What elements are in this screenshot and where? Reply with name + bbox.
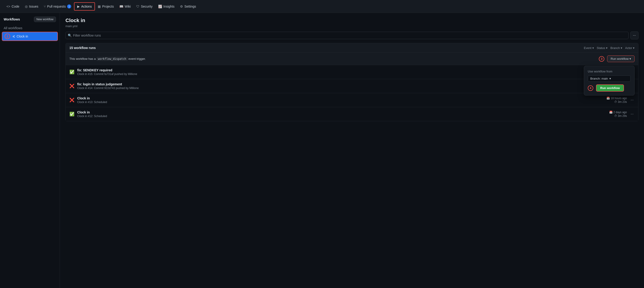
run-meta: Clock in #15: Commit fa731af pushed by M… xyxy=(77,72,610,76)
actor-filter[interactable]: Actor ▾ xyxy=(625,46,634,50)
nav-projects[interactable]: ▦ Projects xyxy=(95,3,117,10)
step-4-badge: 4 xyxy=(588,85,593,91)
pull-requests-badge: 1 xyxy=(67,4,71,8)
projects-icon: ▦ xyxy=(98,4,101,8)
main-content: Clock in main.yml 🔍 ··· 15 workflow runs… xyxy=(60,13,644,288)
status-fail-icon: ❌ xyxy=(70,84,74,89)
sidebar-item-clock-in[interactable]: 2 ⑆ Clock in xyxy=(2,32,58,41)
nav-wiki[interactable]: 📖 Wiki xyxy=(117,3,134,10)
run-now-button[interactable]: Run workflow xyxy=(596,84,624,92)
table-row[interactable]: ❌ Clock in Clock in #13: Scheduled 📅 18 … xyxy=(66,93,638,107)
runs-table: 15 workflow runs Event ▾ Status ▾ Branch… xyxy=(66,43,638,121)
nav-projects-label: Projects xyxy=(102,4,114,8)
event-filter[interactable]: Event ▾ xyxy=(584,46,594,50)
run-info: fix: login in status judgement Clock in … xyxy=(77,82,597,90)
sidebar-all-workflows[interactable]: All workflows xyxy=(2,25,58,31)
table-row[interactable]: ✅ fix: SENDKEY required Clock in #15: Co… xyxy=(66,65,638,79)
nav-actions[interactable]: ▶ Actions xyxy=(74,2,95,10)
branch-label: Branch: main xyxy=(590,77,608,80)
nav-insights-label: Insights xyxy=(164,4,174,8)
nav-issues[interactable]: ◎ Issues xyxy=(22,3,41,10)
runs-count: 15 workflow runs xyxy=(70,46,96,50)
issues-icon: ◎ xyxy=(25,4,28,8)
run-info: Clock in Clock in #13: Scheduled xyxy=(77,96,604,104)
dropdown-title: Use workflow from xyxy=(588,70,631,73)
settings-icon: ⚙ xyxy=(180,4,183,8)
filter-bar: 🔍 ··· xyxy=(66,31,638,39)
dispatch-text: This workflow has a workflow_dispatch ev… xyxy=(70,57,146,60)
actions-icon: ▶ xyxy=(77,4,80,8)
run-more-button[interactable]: ··· xyxy=(630,111,634,117)
run-meta: Clock in #12: Scheduled xyxy=(77,115,606,118)
nav-code[interactable]: <> Code xyxy=(4,3,22,10)
nav-wiki-label: Wiki xyxy=(125,4,131,8)
new-workflow-button[interactable]: New workflow xyxy=(34,16,56,22)
run-info: Clock in Clock in #12: Scheduled xyxy=(77,110,606,118)
branch-filter[interactable]: Branch ▾ xyxy=(610,46,622,50)
run-title: Clock in xyxy=(77,96,604,100)
page-subtitle: main.yml xyxy=(66,24,638,28)
search-icon: 🔍 xyxy=(68,34,72,37)
nav-security-label: Security xyxy=(141,4,152,8)
run-duration: ⏱ 3m 23s xyxy=(614,100,627,104)
more-options-button[interactable]: ··· xyxy=(630,31,638,39)
nav-issues-label: Issues xyxy=(29,4,38,8)
sidebar-header: Workflows New workflow xyxy=(2,16,58,25)
workflow-icon: ⑆ xyxy=(13,35,15,38)
nav-settings[interactable]: ⚙ Settings xyxy=(177,3,199,10)
nav-insights[interactable]: 📈 Insights xyxy=(155,3,177,10)
run-time: 📅 18 hours ago xyxy=(606,97,627,100)
chevron-down-icon: ▾ xyxy=(610,77,611,80)
nav-actions-label: Actions xyxy=(81,4,92,8)
dispatch-code: workflow_dispatch xyxy=(96,57,128,61)
run-info: fix: SENDKEY required Clock in #15: Comm… xyxy=(77,68,610,76)
run-title: fix: SENDKEY required xyxy=(77,68,610,72)
run-time-info: 📅 2 days ago ⏱ 3m 29s xyxy=(609,111,627,118)
branch-selector[interactable]: Branch: main ▾ xyxy=(588,75,631,82)
run-meta: Clock in #13: Scheduled xyxy=(77,101,604,104)
nav-pull-requests-label: Pull requests xyxy=(47,4,66,8)
run-meta: Clock in #14: Commit 922d743 pushed by M… xyxy=(77,87,597,90)
nav-security[interactable]: 🛡 Security xyxy=(134,3,155,10)
step-2-badge: 2 xyxy=(4,34,10,39)
page-title: Clock in xyxy=(66,17,638,23)
run-time: 📅 2 days ago xyxy=(609,111,627,114)
sidebar-title: Workflows xyxy=(4,17,20,21)
nav-code-label: Code xyxy=(12,4,19,8)
status-fail-icon: ❌ xyxy=(70,98,74,103)
search-input[interactable] xyxy=(66,32,628,39)
run-title: Clock in xyxy=(77,110,606,114)
run-time-info: 📅 18 hours ago ⏱ 3m 23s xyxy=(606,97,627,104)
wiki-icon: 📖 xyxy=(120,4,123,8)
table-row[interactable]: ❌ fix: login in status judgement Clock i… xyxy=(66,79,638,93)
status-filter[interactable]: Status ▾ xyxy=(597,46,608,50)
run-duration: ⏱ 3m 29s xyxy=(614,114,627,118)
security-icon: 🛡 xyxy=(136,4,140,8)
top-nav: <> Code ◎ Issues ⑂ Pull requests 1 ▶ Act… xyxy=(0,0,644,13)
sidebar: Workflows New workflow All workflows 2 ⑆… xyxy=(0,13,60,288)
run-more-button[interactable]: ··· xyxy=(630,97,634,103)
dispatch-notice: This workflow has a workflow_dispatch ev… xyxy=(66,53,638,65)
sidebar-workflow-label: Clock in xyxy=(16,34,28,38)
code-icon: <> xyxy=(6,4,10,8)
search-wrapper: 🔍 xyxy=(66,32,628,39)
status-success-icon: ✅ xyxy=(70,69,74,75)
run-title: fix: login in status judgement xyxy=(77,82,597,86)
runs-header: 15 workflow runs Event ▾ Status ▾ Branch… xyxy=(66,43,638,53)
pull-requests-icon: ⑂ xyxy=(44,4,46,8)
nav-settings-label: Settings xyxy=(184,4,196,8)
run-workflow-button[interactable]: Run workflow ▾ xyxy=(607,55,634,62)
insights-icon: 📈 xyxy=(158,4,162,8)
main-layout: Workflows New workflow All workflows 2 ⑆… xyxy=(0,13,644,288)
nav-pull-requests[interactable]: ⑂ Pull requests 1 xyxy=(41,2,74,10)
filter-controls: Event ▾ Status ▾ Branch ▾ Actor ▾ xyxy=(584,46,634,50)
status-success-icon: ✅ xyxy=(70,112,74,117)
step-3-badge: 3 xyxy=(599,56,604,62)
run-workflow-dropdown: Use workflow from Branch: main ▾ 4 Run w… xyxy=(584,66,634,96)
table-row[interactable]: ✅ Clock in Clock in #12: Scheduled 📅 2 d… xyxy=(66,107,638,121)
